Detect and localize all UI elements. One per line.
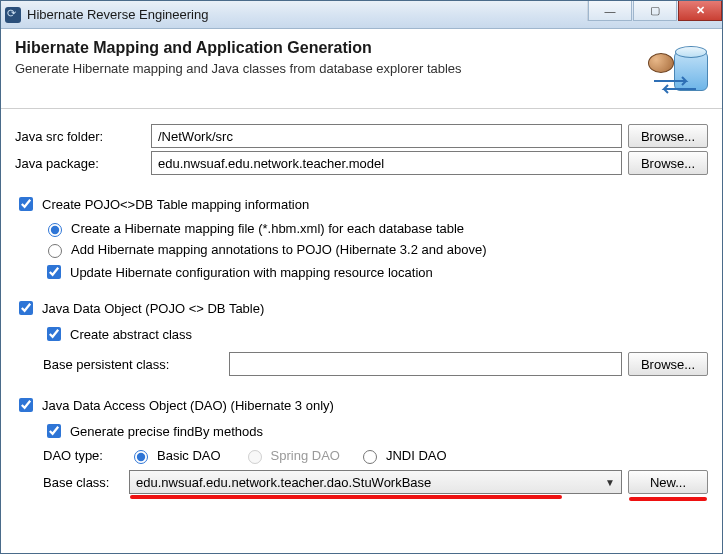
arrows-icon xyxy=(652,75,698,95)
window-title: Hibernate Reverse Engineering xyxy=(27,7,208,22)
abstract-class-label: Create abstract class xyxy=(70,327,192,342)
close-button[interactable]: ✕ xyxy=(678,1,722,21)
java-package-label: Java package: xyxy=(15,156,145,171)
spring-dao-radio xyxy=(248,450,262,464)
update-cfg-checkbox[interactable] xyxy=(47,265,61,279)
update-cfg-label: Update Hibernate configuration with mapp… xyxy=(70,265,433,280)
findby-checkbox[interactable] xyxy=(47,424,61,438)
base-class-combo[interactable]: edu.nwsuaf.edu.network.teacher.dao.StuWo… xyxy=(129,470,622,494)
jdo-label: Java Data Object (POJO <> DB Table) xyxy=(42,301,264,316)
header-illustration xyxy=(648,51,708,95)
bpc-browse-button[interactable]: Browse... xyxy=(628,352,708,376)
minimize-button[interactable]: — xyxy=(588,1,632,21)
page-subtitle: Generate Hibernate mapping and Java clas… xyxy=(15,61,708,76)
maximize-button[interactable]: ▢ xyxy=(633,1,677,21)
abstract-class-checkbox[interactable] xyxy=(47,327,61,341)
src-folder-input[interactable] xyxy=(151,124,622,148)
findby-label: Generate precise findBy methods xyxy=(70,424,263,439)
base-persistent-class-label: Base persistent class: xyxy=(43,357,223,372)
bean-icon xyxy=(648,53,674,73)
src-browse-button[interactable]: Browse... xyxy=(628,124,708,148)
title-bar: Hibernate Reverse Engineering — ▢ ✕ xyxy=(1,1,722,29)
create-pojo-label: Create POJO<>DB Table mapping informatio… xyxy=(42,197,309,212)
window-controls: — ▢ ✕ xyxy=(587,1,722,21)
dao-checkbox[interactable] xyxy=(19,398,33,412)
wizard-header: Hibernate Mapping and Application Genera… xyxy=(1,29,722,109)
base-persistent-class-input[interactable] xyxy=(229,352,622,376)
new-base-class-button[interactable]: New... xyxy=(628,470,708,494)
hbm-radio[interactable] xyxy=(48,223,62,237)
jdo-checkbox[interactable] xyxy=(19,301,33,315)
wizard-body: Java src folder: Browse... Java package:… xyxy=(1,109,722,509)
dao-type-label: DAO type: xyxy=(43,448,123,463)
spring-dao-label: Spring DAO xyxy=(271,448,340,463)
create-pojo-checkbox[interactable] xyxy=(19,197,33,211)
java-package-input[interactable] xyxy=(151,151,622,175)
page-title: Hibernate Mapping and Application Genera… xyxy=(15,39,708,57)
dao-label: Java Data Access Object (DAO) (Hibernate… xyxy=(42,398,334,413)
annotations-radio[interactable] xyxy=(48,244,62,258)
jndi-dao-label: JNDI DAO xyxy=(386,448,447,463)
basic-dao-label: Basic DAO xyxy=(157,448,221,463)
hbm-label: Create a Hibernate mapping file (*.hbm.x… xyxy=(71,221,464,236)
jndi-dao-radio[interactable] xyxy=(363,450,377,464)
chevron-down-icon: ▼ xyxy=(605,477,615,488)
hibernate-icon xyxy=(5,7,21,23)
basic-dao-radio[interactable] xyxy=(134,450,148,464)
annotations-label: Add Hibernate mapping annotations to POJ… xyxy=(71,242,487,257)
pkg-browse-button[interactable]: Browse... xyxy=(628,151,708,175)
src-folder-label: Java src folder: xyxy=(15,129,145,144)
base-class-label: Base class: xyxy=(43,475,123,490)
base-class-value: edu.nwsuaf.edu.network.teacher.dao.StuWo… xyxy=(136,475,431,490)
dialog-window: Hibernate Reverse Engineering — ▢ ✕ Hibe… xyxy=(0,0,723,554)
